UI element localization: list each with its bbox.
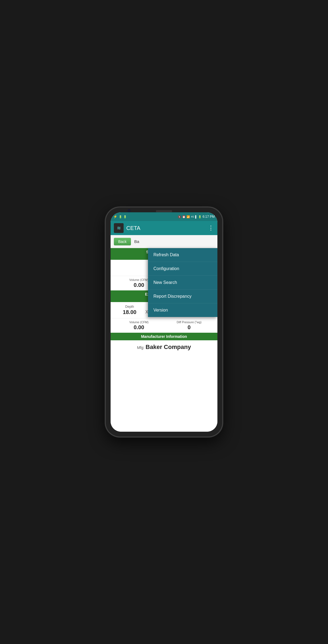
status-bar: ⚡ 🔋 🔋 🔇 ⏰ 📶 4G ▌ 🔋 6:17 PM <box>111 212 217 221</box>
mute-icon: 🔇 <box>178 215 181 218</box>
status-time: 6:17 PM <box>202 215 215 219</box>
menu-item-refresh-data[interactable]: Refresh Data <box>148 248 217 262</box>
battery-icon-1: 🔋 <box>119 215 122 218</box>
manufacturer-label: Mfg: <box>137 345 144 350</box>
app-toolbar: ≋ CETA ⋮ <box>111 221 217 235</box>
exhaust-volume-cell: Volume (CFM) 0.00 <box>114 321 164 331</box>
battery-icon-2: 🔋 <box>123 215 127 218</box>
manufacturer-section-header: Manufacturer Information <box>111 333 217 340</box>
overflow-menu-button[interactable]: ⋮ <box>208 225 214 231</box>
exhaust-volume-label: Volume (CFM) <box>114 321 164 324</box>
phone-speaker <box>156 210 172 212</box>
manufacturer-section-title: Manufacturer Information <box>113 334 215 339</box>
manufacturer-name: Baker Company <box>146 344 191 350</box>
menu-item-report-discrepancy[interactable]: Report Discrepancy <box>148 290 217 303</box>
exhaust-depth-cell: Depth 18.00 <box>114 305 145 315</box>
wifi-icon: 📶 <box>186 215 190 218</box>
dropdown-menu: Refresh Data Configuration New Search Re… <box>148 248 217 317</box>
exhaust-volume-value: 0.00 <box>114 324 164 331</box>
exhaust-diff-label: Diff Pressure ("wg) <box>164 321 214 324</box>
app-title: CETA <box>126 225 208 231</box>
signal-text: 4G <box>191 215 194 218</box>
phone-screen: ⚡ 🔋 🔋 🔇 ⏰ 📶 4G ▌ 🔋 6:17 PM ≋ CETA ⋮ <box>111 212 217 432</box>
exhaust-diff-value: 0 <box>164 324 214 331</box>
app-logo: ≋ <box>114 223 124 233</box>
phone-frame: ⚡ 🔋 🔋 🔇 ⏰ 📶 4G ▌ 🔋 6:17 PM ≋ CETA ⋮ <box>106 207 222 437</box>
alarm-icon: ⏰ <box>182 215 185 218</box>
content-area: Back Ba Supply HEPA Model (1) 2... Depth… <box>111 235 217 432</box>
exhaust-volume-row: Volume (CFM) 0.00 Diff Pressure ("wg) 0 <box>111 318 217 333</box>
back-bar: Back Ba <box>111 235 217 248</box>
back-bar-title: Ba <box>134 239 139 244</box>
status-right-icons: 🔇 ⏰ 📶 4G ▌ 🔋 6:17 PM <box>178 215 215 219</box>
manufacturer-section: Mfg: Baker Company <box>111 340 217 354</box>
signal-bars: ▌ <box>195 215 197 218</box>
exhaust-depth-value: 18.00 <box>114 309 145 315</box>
logo-waves-icon: ≋ <box>117 225 121 231</box>
battery-full-icon: 🔋 <box>198 215 201 218</box>
menu-item-new-search[interactable]: New Search <box>148 276 217 290</box>
phone-camera <box>127 209 131 212</box>
exhaust-depth-label: Depth <box>114 305 145 309</box>
usb-icon: ⚡ <box>113 215 117 219</box>
menu-item-version[interactable]: Version <box>148 303 217 317</box>
back-button[interactable]: Back <box>114 238 131 245</box>
exhaust-diff-cell: Diff Pressure ("wg) 0 <box>164 321 214 331</box>
menu-item-configuration[interactable]: Configuration <box>148 262 217 276</box>
status-left-icons: ⚡ 🔋 🔋 <box>113 215 127 219</box>
